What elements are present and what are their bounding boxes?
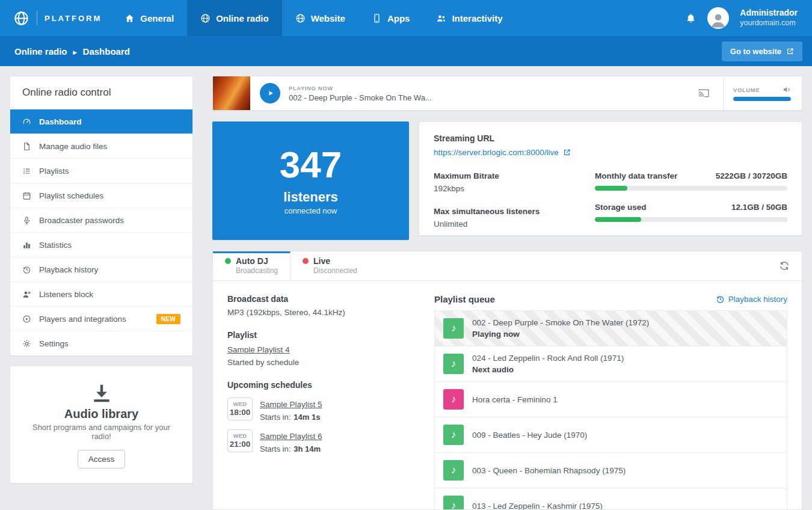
globe-icon [200,13,211,23]
nav-label: Online radio [216,13,269,23]
refresh-icon[interactable] [779,260,802,271]
history-icon [716,295,725,304]
home-icon [125,13,135,23]
sidebar-item-listeners-block[interactable]: Listeners block [10,281,192,306]
queue-item-title: 024 - Led Zeppelin - Rock And Roll (1971… [472,354,624,363]
notifications-bell-icon[interactable] [685,13,697,24]
queue-item-note: Next audio [472,365,624,374]
sidebar-item-playback-history[interactable]: Playback history [10,257,192,281]
breadcrumb-section[interactable]: Online radio [14,46,67,57]
volume-slider[interactable] [733,97,791,101]
nav-online-radio[interactable]: Online radio [187,0,282,36]
brand-divider [37,11,37,25]
playlist-note: Started by schedule [227,358,408,367]
external-link-icon [563,149,571,156]
queue-item[interactable]: 002 - Deep Purple - Smoke On The Water (… [435,311,787,346]
top-navbar: PLATFORM General Online radio Website Ap… [0,0,812,36]
sidebar-item-label: Listeners block [39,290,93,299]
audio-library-description: Short programs and campaigns for your ra… [22,423,180,441]
schedule-date-box: WED 18:00 [227,398,253,420]
schedule-day: WED [228,432,252,439]
listeners-sublabel: connected now [285,206,337,215]
storage-label: Storage used [595,203,647,212]
volume-control: VOLUME [724,85,802,101]
breadcrumb-caret-icon [73,46,77,57]
sidebar-item-playlists[interactable]: Playlists [10,158,192,183]
user-menu[interactable]: Administrador yourdomain.com [740,8,798,28]
gear-icon [22,339,32,348]
queue-item[interactable]: 013 - Led Zeppelin - Kashmir (1975) [435,488,787,510]
data-transfer-bar [595,186,787,191]
storage-fill [595,217,641,222]
schedule-playlist-link[interactable]: Sample Playlist 5 [260,400,322,409]
schedule-item: WED 18:00 Sample Playlist 5 Starts in: 1… [227,398,408,422]
calendar-icon [22,191,32,200]
tab-live[interactable]: Live Disconnected [291,251,369,280]
streaming-url-link[interactable]: https://server.brlogic.com:8000/live [434,148,571,157]
sidebar-item-label: Playback history [39,265,98,274]
file-icon [22,142,32,151]
music-note-icon [443,425,464,445]
new-badge: NEW [156,314,180,324]
platform-logo-icon [13,10,29,26]
topbar-right: Administrador yourdomain.com [685,0,812,36]
sidebar-item-manage-audio-files[interactable]: Manage audio files [10,134,192,158]
sidebar-item-playlist-schedules[interactable]: Playlist schedules [10,183,192,207]
sidebar-item-label: Dashboard [39,117,82,126]
music-note-icon [443,318,464,339]
sidebar-item-players-and-integrations[interactable]: Players and integrations NEW [10,306,192,331]
queue-item[interactable]: 003 - Queen - Bohemian Rhapsody (1975) [435,453,787,488]
queue-list: 002 - Deep Purple - Smoke On The Water (… [434,310,787,510]
nav-apps[interactable]: Apps [358,0,423,36]
streaming-url-text: https://server.brlogic.com:8000/live [434,148,559,157]
now-playing-label: PLAYING NOW [289,85,432,91]
sidebar-item-label: Statistics [39,241,72,250]
nav-website[interactable]: Website [282,0,358,36]
tab-auto-dj[interactable]: Auto DJ Broadcasting [213,251,291,280]
mobile-icon [372,13,382,23]
max-bitrate-value: 192kbps [434,184,559,193]
queue-item[interactable]: 024 - Led Zeppelin - Rock And Roll (1971… [435,346,787,382]
music-note-icon [443,496,464,510]
main-area: PLAYING NOW 002 - Deep Purple - Smoke On… [212,76,802,510]
sidebar-item-label: Playlist schedules [39,191,103,200]
music-note-icon [443,460,464,481]
starts-in-label: Starts in: [260,444,291,453]
upcoming-schedules-label: Upcoming schedules [227,380,408,390]
storage-value: 12.1GB / 50GB [731,203,787,212]
nav-interactivity[interactable]: Interactivity [423,0,515,36]
album-art [213,76,250,110]
queue-item[interactable]: Hora certa - Feminino 1 [435,382,787,417]
broadcast-tabs: Auto DJ Broadcasting Live Disconnected [213,251,802,281]
sidebar-item-label: Playlists [39,167,69,176]
sidebar-item-broadcaster-passwords[interactable]: Broadcaster passwords [10,207,192,232]
play-button[interactable] [260,83,280,103]
access-button[interactable]: Access [78,450,126,469]
speaker-icon[interactable] [783,85,791,94]
brand-name: PLATFORM [45,14,102,23]
queue-item-title: 009 - Beatles - Hey Jude (1970) [472,431,587,440]
schedule-playlist-link[interactable]: Sample Playlist 6 [260,432,322,441]
queue-item[interactable]: 009 - Beatles - Hey Jude (1970) [435,417,787,453]
sidebar-item-settings[interactable]: Settings [10,331,192,355]
sidebar-item-label: Broadcaster passwords [39,216,124,225]
broadcast-data-value: MP3 (192kbps, Stereo, 44.1kHz) [227,308,408,317]
playlist-queue-title: Playlist queue [434,294,495,304]
starts-in-value: 3h 14m [294,444,321,453]
breadcrumb: Online radio Dashboard [14,46,130,57]
brand[interactable]: PLATFORM [13,0,102,36]
sidebar-item-dashboard[interactable]: Dashboard [10,109,192,134]
current-playlist-link[interactable]: Sample Playlist 4 [227,345,290,354]
playback-history-link[interactable]: Playback history [716,295,787,304]
max-listeners-stat: Max simultaneous listeners Unlimited [434,207,559,229]
nav-general[interactable]: General [111,0,187,36]
sidebar-item-statistics[interactable]: Statistics [10,232,192,257]
nav-label: Interactivity [452,13,502,23]
go-to-website-button[interactable]: Go to website [722,41,802,61]
playback-history-label: Playback history [728,295,787,304]
stats-row: 347 listeners connected now Streaming UR… [212,121,802,240]
cast-icon[interactable] [684,87,723,99]
globe-icon [295,13,306,23]
avatar[interactable] [707,7,729,29]
users-icon [436,13,446,23]
